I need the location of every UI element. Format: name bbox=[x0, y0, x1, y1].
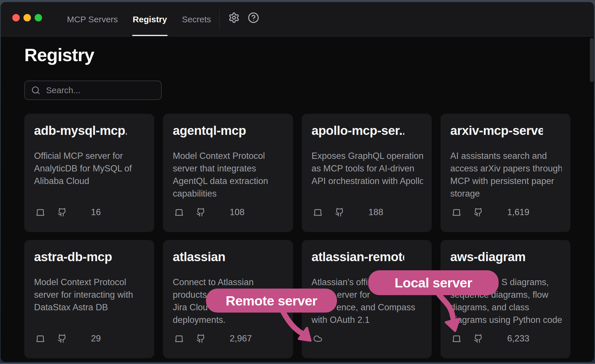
main-tabs: MCP Servers Registry Secrets bbox=[66, 2, 212, 37]
server-name: atlassian bbox=[173, 250, 265, 264]
add-server-button[interactable] bbox=[550, 250, 563, 263]
star-count: 6,233 bbox=[507, 333, 529, 344]
card-footer: 16 bbox=[36, 207, 101, 217]
github-icon bbox=[196, 208, 205, 217]
close-window-button[interactable] bbox=[12, 14, 20, 21]
star-rating: 2,967 bbox=[225, 333, 252, 344]
server-description: Model Context Protocolserver for interac… bbox=[34, 276, 146, 314]
star-count: 2,967 bbox=[230, 333, 252, 344]
server-description: Official MCP server forAnalyticDB for My… bbox=[34, 150, 146, 187]
add-server-button[interactable] bbox=[412, 124, 424, 137]
star-count: 108 bbox=[230, 207, 245, 217]
laptop-icon bbox=[452, 208, 461, 217]
add-server-button[interactable] bbox=[412, 250, 424, 263]
server-description: Exposes GraphQL operationsas MCP tools f… bbox=[312, 150, 423, 187]
laptop-icon bbox=[313, 208, 322, 217]
server-name: arxiv-mcp-server bbox=[450, 123, 543, 138]
server-name: atlassian-remote bbox=[312, 250, 404, 264]
capability-icons bbox=[174, 334, 218, 343]
cloud-icon bbox=[313, 334, 322, 343]
capability-icons bbox=[313, 208, 357, 217]
capability-icons bbox=[174, 208, 218, 217]
server-name: agentql-mcp bbox=[173, 123, 265, 138]
star-rating: 1,619 bbox=[503, 207, 529, 217]
add-server-button[interactable] bbox=[273, 124, 285, 137]
laptop-icon bbox=[36, 334, 45, 343]
server-card[interactable]: arxiv-mcp-server AI assistants search an… bbox=[441, 114, 570, 232]
help-icon[interactable] bbox=[248, 12, 259, 23]
settings-gear-icon[interactable] bbox=[228, 12, 240, 23]
star-count: 1,619 bbox=[507, 207, 529, 217]
capability-icons bbox=[36, 208, 79, 217]
github-icon bbox=[474, 208, 483, 217]
github-icon bbox=[57, 334, 67, 343]
search-box[interactable] bbox=[24, 81, 162, 100]
tab-registry[interactable]: Registry bbox=[132, 2, 168, 37]
server-card[interactable]: astra-db-mcp Model Context Protocolserve… bbox=[24, 240, 154, 358]
github-icon bbox=[196, 334, 205, 343]
card-footer: 108 bbox=[174, 207, 245, 217]
server-name: aws-diagram bbox=[450, 250, 543, 264]
server-card[interactable]: adb-mysql-mcp... Official MCP server for… bbox=[24, 114, 154, 232]
star-rating: 16 bbox=[87, 207, 101, 217]
star-rating: 29 bbox=[87, 333, 101, 344]
add-server-button[interactable] bbox=[550, 124, 563, 137]
capability-icons bbox=[36, 334, 79, 343]
server-name: adb-mysql-mcp... bbox=[34, 123, 127, 138]
card-footer: 1,619 bbox=[452, 207, 529, 217]
github-icon bbox=[57, 208, 67, 217]
star-count: 188 bbox=[368, 207, 383, 217]
server-card[interactable]: aws-diagram S diagrams,sequence diagrams… bbox=[441, 240, 570, 358]
server-name: astra-db-mcp bbox=[34, 250, 127, 264]
laptop-icon bbox=[174, 334, 184, 343]
server-description: AI assistants search andaccess arXiv pap… bbox=[450, 150, 562, 200]
card-footer bbox=[313, 334, 335, 343]
search-icon bbox=[31, 86, 40, 95]
card-footer: 2,967 bbox=[174, 334, 252, 343]
star-rating: 188 bbox=[364, 207, 383, 217]
tab-mcp-servers[interactable]: MCP Servers bbox=[66, 2, 118, 37]
annotation-remote-server: Remote server bbox=[206, 289, 337, 313]
star-rating: 6,233 bbox=[503, 333, 529, 344]
github-icon bbox=[335, 208, 344, 217]
laptop-icon bbox=[36, 208, 45, 217]
server-name: apollo-mcp-ser... bbox=[312, 123, 404, 138]
add-server-button[interactable] bbox=[273, 250, 285, 263]
search-input[interactable] bbox=[46, 85, 155, 95]
server-card[interactable]: apollo-mcp-ser... Exposes GraphQL operat… bbox=[302, 114, 432, 232]
minimize-window-button[interactable] bbox=[23, 14, 31, 21]
capability-icons bbox=[452, 334, 495, 343]
card-footer: 29 bbox=[36, 334, 101, 343]
app-window: MCP Servers Registry Secrets Registry ad… bbox=[1, 2, 594, 362]
server-description: Model Context Protocolserver that integr… bbox=[173, 150, 284, 200]
window-controls bbox=[12, 14, 42, 21]
capability-icons bbox=[313, 334, 335, 343]
star-count: 16 bbox=[91, 207, 101, 217]
card-footer: 6,233 bbox=[452, 334, 529, 343]
laptop-icon bbox=[174, 208, 184, 217]
annotation-local-server: Local server bbox=[368, 270, 499, 295]
tab-secrets[interactable]: Secrets bbox=[181, 2, 212, 37]
star-rating: 108 bbox=[225, 207, 245, 217]
page-title: Registry bbox=[24, 45, 94, 65]
scrollbar-thumb[interactable] bbox=[590, 38, 594, 82]
add-server-button[interactable] bbox=[134, 250, 147, 263]
top-bar: MCP Servers Registry Secrets bbox=[1, 2, 594, 37]
star-count: 29 bbox=[91, 333, 101, 344]
capability-icons bbox=[452, 208, 495, 217]
zoom-window-button[interactable] bbox=[35, 14, 42, 21]
laptop-icon bbox=[452, 334, 461, 343]
server-card[interactable]: agentql-mcp Model Context Protocolserver… bbox=[163, 114, 293, 232]
github-icon bbox=[474, 334, 483, 343]
add-server-button[interactable] bbox=[134, 124, 147, 137]
topbar-divider bbox=[219, 9, 220, 29]
card-footer: 188 bbox=[313, 207, 383, 217]
